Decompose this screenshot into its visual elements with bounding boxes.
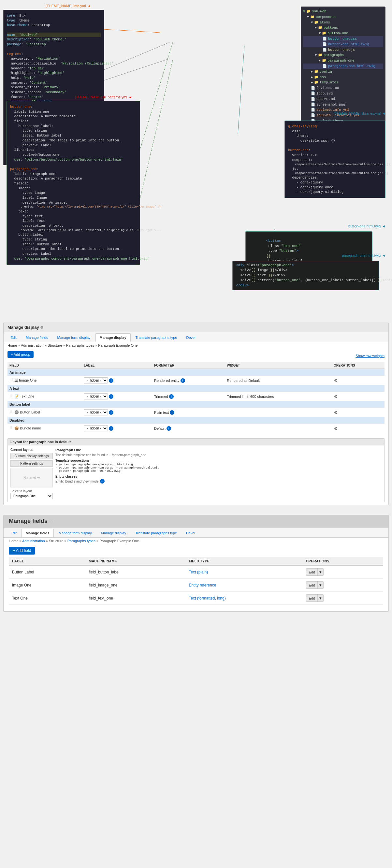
breadcrumb-home-link[interactable]: Administration (22, 539, 45, 543)
entity-classes-info-icon[interactable]: i (100, 479, 104, 484)
tree-atoms[interactable]: ▼📁atoms (303, 20, 383, 25)
tree-components[interactable]: ▼📁components (303, 14, 383, 20)
edit-button-label[interactable]: Edit (306, 568, 318, 576)
add-group-button[interactable]: + Add group (7, 351, 34, 358)
edit-button-image[interactable]: Edit (306, 582, 318, 588)
tree-paragraphs[interactable]: ▼📁paragraphs (303, 53, 383, 58)
label-select-button[interactable]: - Hidden - (84, 409, 108, 415)
mf-tab-manage-display[interactable]: Manage display (97, 529, 130, 537)
operations-gear-text[interactable]: ⚙ (334, 394, 338, 399)
tree-paragraph-one[interactable]: ▼📁paragraph-one (303, 58, 383, 64)
tab-translate-paragraphs[interactable]: Translate paragraphs type (131, 333, 181, 342)
breadcrumb-paragraphs-link[interactable]: Paragraphs types (67, 539, 95, 543)
mf-tab-manage-form[interactable]: Manage form display (54, 529, 96, 537)
tab-devel[interactable]: Devel (182, 333, 200, 342)
formatter-info-icon[interactable]: i (170, 410, 174, 415)
tree-button-one[interactable]: ▼📁button-one (303, 31, 383, 36)
edit-dropdown-image[interactable]: ▾ (318, 582, 323, 588)
tree-favicon[interactable]: 📄favicon.ico (303, 85, 383, 91)
paragraph-twig-label: paragraph-one.html.twig ◄ (342, 253, 386, 257)
tree-button-one-twig[interactable]: 📄button-one.html.twig (303, 42, 383, 47)
list-item: pattern-paragraph-one--c0.html.twig (55, 469, 382, 473)
tree-logo[interactable]: 📄logo.svg (303, 91, 383, 96)
edit-dropdown-button-label[interactable]: ▾ (318, 568, 323, 576)
layout-title: Layout for paragraph one in default (8, 439, 384, 445)
manage-display-breadcrumb: Home » Administration » Structure » Para… (4, 342, 388, 349)
info-icon[interactable]: i (109, 426, 113, 431)
tree-templates[interactable]: ▶📁templates (303, 80, 383, 85)
mf-tab-manage-fields[interactable]: Manage fields (22, 529, 54, 537)
info-icon[interactable]: i (109, 394, 113, 399)
mf-tab-edit[interactable]: Edit (6, 529, 21, 537)
ui-patterns-panel: button_one: label: Button one descriptio… (6, 101, 140, 265)
edit-button-text[interactable]: Edit (306, 595, 318, 601)
mf-tab-devel[interactable]: Devel (182, 529, 200, 537)
tab-manage-fields[interactable]: Manage fields (22, 333, 53, 342)
layout-select[interactable]: Paragraph One (10, 493, 53, 499)
svg-line-3 (137, 42, 173, 160)
table-row: ⠿ 📝 Text One - Hidden - i Trimmed (7, 392, 385, 401)
drag-handle-icon[interactable]: ⠿ (9, 410, 12, 414)
operations-gear-bundle[interactable]: ⚙ (334, 426, 338, 431)
table-row: ⠿ 📦 Bundle name - Hidden - i Default (7, 424, 385, 433)
select-layout-label: Select a layout (10, 489, 53, 493)
th-field: FIELD (7, 362, 82, 369)
field-type-link-text[interactable]: Text (formatted, long) (189, 596, 225, 600)
svg-line-5 (238, 45, 244, 133)
tree-css[interactable]: ▶📁css (303, 74, 383, 80)
add-field-button[interactable]: + Add field (9, 547, 35, 555)
tab-manage-display[interactable]: Manage display (95, 333, 131, 342)
custom-display-settings-btn[interactable]: Custom display settings (10, 453, 53, 459)
manage-display-section: ◄ Manage display ⚙ Edit Manage fields Ma… (3, 322, 389, 505)
manage-display-gear[interactable]: ⚙ (40, 326, 43, 330)
layout-section: Layout for paragraph one in default Curr… (7, 438, 385, 502)
formatter-info-icon[interactable]: i (167, 426, 171, 431)
tree-button-one-css[interactable]: 📄button-one.css (303, 36, 383, 42)
ui-patterns-label: [THEME_NAME].ui_patterns.yml ◄ (75, 95, 132, 99)
table-row: Button label (7, 401, 385, 408)
operations-gear-button[interactable]: ⚙ (334, 410, 338, 415)
tree-screenshot[interactable]: 📄screenshot.png (303, 102, 383, 107)
star-icon[interactable]: ☆ (50, 518, 53, 524)
mf-tab-translate[interactable]: Translate paragraphs type (131, 529, 181, 537)
manage-fields-breadcrumb: Home » Administration » Structure » Para… (9, 537, 383, 544)
top-section: [THEME_NAME].info.yml ◄ [THEME_NAME].ui_… (3, 3, 389, 316)
tree-config[interactable]: ▶📁config (303, 69, 383, 74)
tab-edit[interactable]: Edit (6, 333, 21, 342)
tab-manage-form-display[interactable]: Manage form display (53, 333, 94, 342)
manage-fields-tab-area: Edit Manage fields Manage form display M… (4, 528, 388, 605)
edit-btn-group-image: Edit ▾ (306, 581, 324, 589)
current-layout-label: Current layout (10, 448, 53, 452)
label-select-bundle[interactable]: - Hidden - (84, 425, 108, 431)
table-row: A text (7, 385, 385, 392)
tree-button-one-js[interactable]: 📄button-one.js (303, 47, 383, 53)
label-select-text[interactable]: - Hidden - (84, 393, 108, 400)
paragraph-twig-panel: <div class="paragraph-one"> <div>{{ imag… (232, 261, 379, 290)
formatter-info-icon[interactable]: i (169, 394, 174, 399)
drag-handle-icon[interactable]: ⠿ (9, 394, 12, 398)
manage-fields-section: Manage fields ☆ Edit Manage fields Manag… (3, 515, 389, 612)
drag-handle-icon[interactable]: ⠿ (9, 378, 12, 382)
tree-readme[interactable]: 📄README.md (303, 96, 383, 102)
mf-th-operations: OPERATIONS (303, 557, 384, 565)
pattern-settings-btn[interactable]: Pattern settings (10, 460, 53, 467)
template-suggestions-title: Template suggestions (55, 459, 382, 462)
entity-classes-title: Entity classes (55, 475, 382, 478)
field-type-link-button[interactable]: Text (plain) (189, 570, 208, 575)
formatter-info-icon[interactable]: i (181, 378, 185, 383)
field-type-link-image[interactable]: Entity reference (189, 583, 216, 587)
th-operations: OPERATIONS (332, 362, 385, 369)
page-wrapper: [THEME_NAME].info.yml ◄ [THEME_NAME].ui_… (0, 0, 392, 868)
label-select-image[interactable]: - Hidden - (84, 377, 108, 383)
tree-buttons[interactable]: ▼📁buttons (303, 25, 383, 31)
drag-handle-icon[interactable]: ⠿ (9, 426, 12, 430)
info-icon[interactable]: i (109, 410, 113, 415)
manage-display-tab-bar: Edit Manage fields Manage form display M… (4, 332, 388, 342)
tree-paragraph-one-twig[interactable]: 📄paragraph-one.html.twig (303, 64, 383, 69)
edit-dropdown-text[interactable]: ▾ (318, 595, 323, 601)
operations-gear-image[interactable]: ⚙ (334, 378, 338, 383)
manage-fields-header: Manage fields ☆ (4, 515, 388, 528)
info-icon[interactable]: i (109, 378, 113, 383)
show-row-weights[interactable]: Show row weights (356, 354, 385, 358)
table-row: ⠿ 🖼 Image One - Hidden - i Rendered enti… (7, 376, 385, 385)
